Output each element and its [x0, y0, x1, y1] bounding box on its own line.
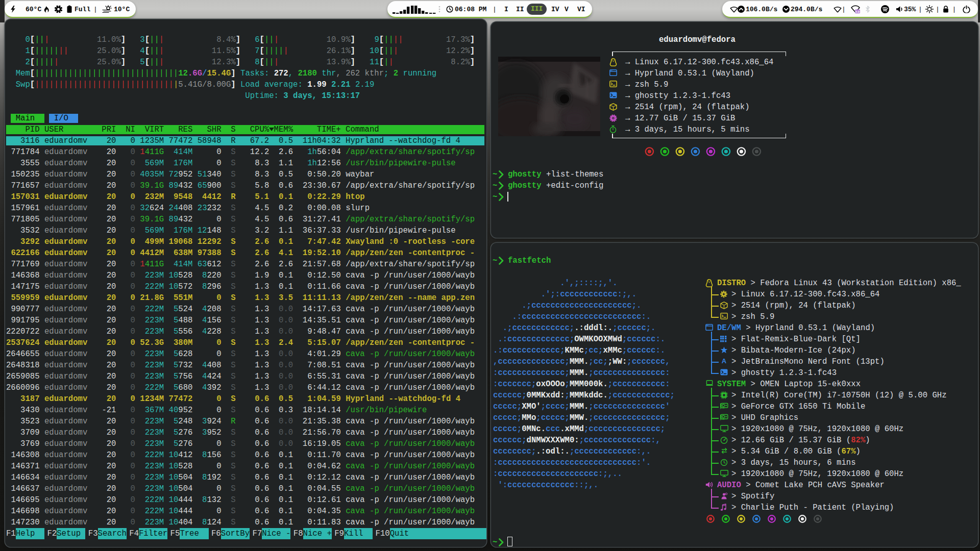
svg-text:5.0: 5.0	[855, 10, 860, 13]
svg-text:A: A	[722, 358, 727, 365]
